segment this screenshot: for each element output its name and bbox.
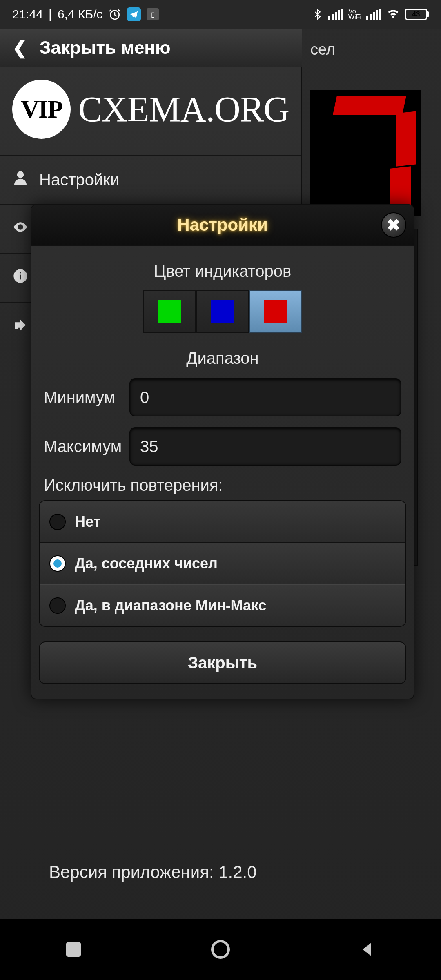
close-menu-header[interactable]: ❮ Закрыть меню xyxy=(0,29,302,67)
signal-icon-1 xyxy=(328,9,343,20)
android-nav-bar xyxy=(0,919,441,980)
close-menu-label: Закрыть меню xyxy=(40,38,171,58)
min-input[interactable] xyxy=(129,378,401,416)
status-left: 21:44 | 6,4 КБ/с ▯ xyxy=(12,7,159,21)
range-section-title: Диапазон xyxy=(31,349,414,368)
close-icon: ✖ xyxy=(387,216,401,234)
nav-home-button[interactable] xyxy=(210,939,231,960)
telegram-icon xyxy=(127,7,141,21)
status-right: VoWiFi 43 xyxy=(312,6,429,23)
radio-icon xyxy=(49,597,66,614)
radio-label: Да, соседних чисел xyxy=(75,555,218,572)
svg-rect-2 xyxy=(20,274,21,279)
max-label: Максимум xyxy=(44,437,129,456)
radio-icon xyxy=(49,555,66,572)
color-swatch-blue[interactable] xyxy=(196,290,249,333)
status-time: 21:44 xyxy=(12,7,43,21)
sidebar-item-label: Настройки xyxy=(39,171,119,189)
signal-icon-2 xyxy=(366,9,381,20)
app-root: 21:44 | 6,4 КБ/с ▯ VoWiFi 43 xyxy=(0,0,441,980)
eye-icon xyxy=(12,219,29,239)
info-icon xyxy=(12,268,29,288)
app-version: Версия приложения: 1.2.0 xyxy=(49,862,257,882)
exclude-radio-group: Нет Да, соседних чисел Да, в диапазоне М… xyxy=(39,500,406,627)
max-row: Максимум xyxy=(44,427,401,466)
green-icon xyxy=(158,300,181,323)
settings-dialog: Настройки ✖ Цвет индикаторов Диапазон Ми… xyxy=(31,204,414,699)
wifi-icon xyxy=(386,6,400,23)
dialog-header: Настройки ✖ xyxy=(31,205,414,246)
chevron-left-icon: ❮ xyxy=(12,37,27,58)
blue-icon xyxy=(211,300,234,323)
close-button-label: Закрыть xyxy=(188,654,257,672)
background-title-peek: сел xyxy=(310,41,335,58)
dialog-close-large-button[interactable]: Закрыть xyxy=(39,641,406,684)
status-separator: | xyxy=(49,7,52,21)
svg-rect-3 xyxy=(20,272,21,273)
square-icon xyxy=(66,942,81,957)
logo-text: CXEMA.ORG xyxy=(78,89,289,130)
app-notification-icon: ▯ xyxy=(147,8,159,20)
alarm-icon xyxy=(108,8,121,21)
red-icon xyxy=(264,300,287,323)
radio-option-range[interactable]: Да, в диапазоне Мин-Макс xyxy=(40,584,405,626)
logo-row: VIP CXEMA.ORG xyxy=(0,67,301,155)
min-row: Минимум xyxy=(44,378,401,416)
bluetooth-icon xyxy=(312,9,323,20)
min-label: Минимум xyxy=(44,388,129,407)
nav-recent-button[interactable] xyxy=(63,939,84,960)
radio-label: Нет xyxy=(75,513,100,530)
vip-badge: VIP xyxy=(12,80,71,139)
color-swatches xyxy=(31,290,414,333)
radio-icon xyxy=(49,514,66,530)
nav-back-button[interactable] xyxy=(357,939,378,960)
battery-icon: 43 xyxy=(405,9,429,20)
radio-option-adjacent[interactable]: Да, соседних чисел xyxy=(40,543,405,584)
seven-segment-artwork xyxy=(310,90,421,216)
dialog-close-button[interactable]: ✖ xyxy=(381,212,406,238)
android-status-bar: 21:44 | 6,4 КБ/с ▯ VoWiFi 43 xyxy=(0,0,441,29)
radio-option-no[interactable]: Нет xyxy=(40,501,405,543)
share-icon xyxy=(12,317,29,337)
color-swatch-red[interactable] xyxy=(249,290,302,333)
status-speed: 6,4 КБ/с xyxy=(58,7,103,21)
exclude-label: Исключить повтерения: xyxy=(44,476,401,494)
color-swatch-green[interactable] xyxy=(143,290,196,333)
color-section-title: Цвет индикаторов xyxy=(31,262,414,281)
vowifi-icon: VoWiFi xyxy=(348,9,361,20)
dialog-title: Настройки xyxy=(177,215,268,235)
max-input[interactable] xyxy=(129,427,401,466)
circle-icon xyxy=(211,940,230,959)
sidebar-item-settings[interactable]: Настройки xyxy=(0,155,301,204)
user-icon xyxy=(12,170,29,190)
triangle-left-icon xyxy=(359,941,376,958)
radio-label: Да, в диапазоне Мин-Макс xyxy=(75,597,267,614)
